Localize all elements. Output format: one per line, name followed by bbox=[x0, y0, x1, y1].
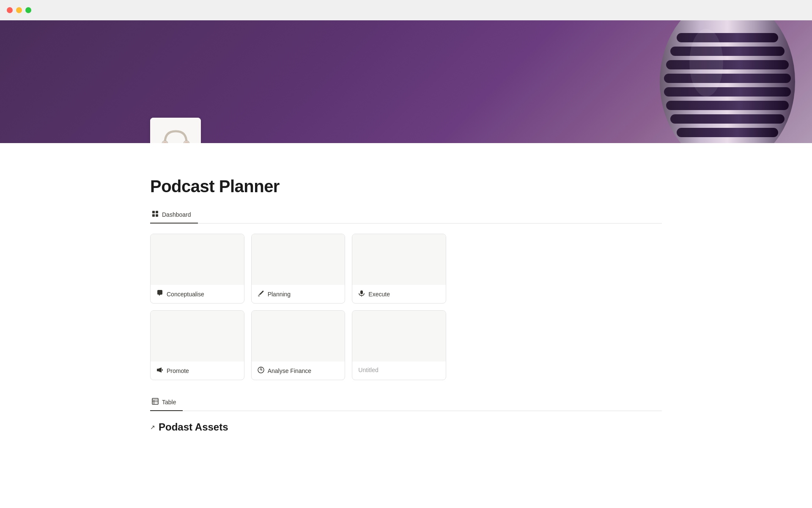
conceptualise-icon bbox=[156, 290, 163, 298]
card-label-conceptualise: Conceptualise bbox=[167, 291, 204, 298]
card-promote[interactable]: Promote bbox=[150, 310, 244, 380]
svg-rect-1 bbox=[677, 33, 778, 42]
card-footer-analyse-finance: Analyse Finance bbox=[252, 362, 345, 380]
card-image-promote bbox=[151, 311, 244, 362]
tab-table-label: Table bbox=[162, 399, 176, 406]
tab-dashboard-label: Dashboard bbox=[162, 211, 191, 218]
card-image-conceptualise bbox=[151, 234, 244, 285]
card-analyse-finance[interactable]: Analyse Finance bbox=[251, 310, 346, 380]
main-content: Podcast Planner Dashboard bbox=[0, 143, 812, 455]
svg-rect-7 bbox=[670, 114, 785, 124]
title-bar bbox=[0, 0, 812, 20]
svg-rect-6 bbox=[666, 101, 789, 110]
svg-rect-23 bbox=[152, 398, 158, 404]
svg-rect-3 bbox=[666, 60, 789, 69]
svg-rect-21 bbox=[162, 369, 163, 371]
execute-icon bbox=[358, 290, 365, 298]
tab-dashboard[interactable]: Dashboard bbox=[150, 206, 198, 224]
promote-icon bbox=[156, 367, 163, 375]
tab-table[interactable]: Table bbox=[150, 394, 183, 411]
dashboard-tab-icon bbox=[152, 210, 159, 218]
card-footer-untitled: Untitled bbox=[352, 362, 446, 378]
linked-section-title: Podast Assets bbox=[159, 421, 228, 433]
svg-rect-14 bbox=[152, 211, 155, 213]
card-image-execute bbox=[352, 234, 446, 285]
tabs-container: Dashboard bbox=[150, 206, 662, 224]
page-title: Podcast Planner bbox=[150, 177, 662, 196]
card-footer-execute: Execute bbox=[352, 285, 446, 303]
card-footer-promote: Promote bbox=[151, 362, 244, 380]
card-untitled[interactable]: Untitled bbox=[352, 310, 446, 380]
close-button[interactable] bbox=[7, 7, 13, 13]
minimize-button[interactable] bbox=[16, 7, 22, 13]
svg-rect-2 bbox=[670, 47, 785, 56]
card-label-execute: Execute bbox=[368, 291, 390, 298]
svg-rect-17 bbox=[156, 214, 158, 217]
banner: Podcast bbox=[0, 20, 812, 143]
gallery-grid: Conceptualise Planning bbox=[150, 234, 446, 380]
linked-section: ↗ Podast Assets bbox=[150, 421, 662, 433]
card-conceptualise[interactable]: Conceptualise bbox=[150, 234, 244, 304]
card-planning[interactable]: Planning bbox=[251, 234, 346, 304]
card-label-planning: Planning bbox=[268, 291, 291, 298]
table-tab-icon bbox=[152, 398, 159, 406]
maximize-button[interactable] bbox=[25, 7, 31, 13]
card-label-analyse-finance: Analyse Finance bbox=[268, 367, 312, 374]
planning-icon bbox=[258, 290, 264, 298]
card-execute[interactable]: Execute bbox=[352, 234, 446, 304]
svg-rect-5 bbox=[664, 87, 791, 97]
banner-image bbox=[406, 20, 812, 143]
card-image-analyse-finance bbox=[252, 311, 345, 362]
card-image-untitled bbox=[352, 311, 446, 362]
svg-rect-8 bbox=[677, 128, 778, 137]
analyse-finance-icon bbox=[258, 367, 264, 375]
svg-rect-4 bbox=[664, 74, 791, 83]
svg-point-9 bbox=[689, 29, 723, 97]
svg-rect-15 bbox=[156, 211, 158, 213]
card-image-planning bbox=[252, 234, 345, 285]
svg-rect-16 bbox=[152, 214, 155, 217]
table-tabs-container: Table bbox=[150, 394, 662, 411]
svg-rect-19 bbox=[360, 290, 363, 294]
linked-section-icon: ↗ bbox=[150, 424, 155, 431]
card-label-untitled: Untitled bbox=[358, 367, 378, 373]
card-label-promote: Promote bbox=[167, 367, 189, 374]
card-footer-planning: Planning bbox=[252, 285, 345, 303]
card-footer-conceptualise: Conceptualise bbox=[151, 285, 244, 303]
page-icon: Podcast bbox=[150, 118, 201, 143]
